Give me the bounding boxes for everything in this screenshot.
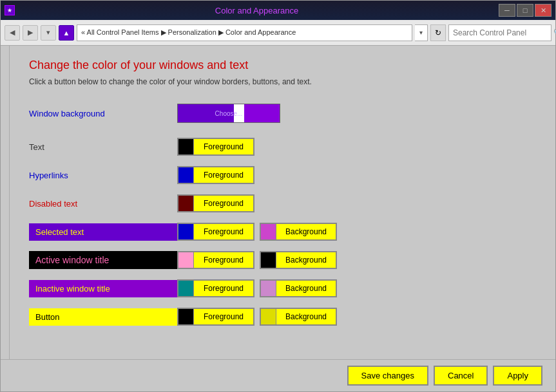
window-bg-preview[interactable]: Choose...	[177, 104, 280, 123]
row-inactive-title: Inactive window title Foreground Backgro…	[29, 277, 536, 300]
inactive-title-fg-button[interactable]: Foreground	[177, 279, 254, 297]
hyperlinks-fg-label: Foreground	[194, 171, 253, 180]
label-text: Text	[29, 142, 177, 152]
active-title-bg-swatch	[261, 252, 276, 268]
window-title: Color and Appearance	[15, 6, 499, 15]
button-controls: Foreground Background	[177, 308, 337, 326]
disabled-fg-swatch	[178, 196, 194, 211]
selected-text-controls: Foreground Background	[177, 223, 337, 241]
close-button[interactable]: ✕	[535, 4, 551, 17]
forward-button[interactable]: ▶	[23, 25, 38, 41]
save-changes-button[interactable]: Save changes	[347, 366, 428, 386]
label-active-title: Active window title	[29, 251, 177, 269]
cancel-button[interactable]: Cancel	[434, 366, 488, 386]
address-field[interactable]: « All Control Panel Items ▶ Personalizat…	[77, 24, 412, 41]
active-title-fg-label: Foreground	[194, 256, 253, 265]
active-title-controls: Foreground Background	[177, 251, 337, 269]
search-icon[interactable]: 🔍	[553, 25, 556, 41]
inactive-title-controls: Foreground Background	[177, 279, 337, 297]
content-area: Change the color of your windows and tex…	[1, 46, 555, 359]
disabled-fg-button[interactable]: Foreground	[177, 194, 254, 212]
search-input[interactable]	[449, 28, 553, 37]
button-bg-button[interactable]: Background	[260, 308, 337, 326]
inactive-title-fg-swatch	[178, 281, 194, 296]
page-subheading: Click a button below to change the color…	[29, 77, 536, 86]
footer: Save changes Cancel Apply	[1, 359, 555, 391]
row-hyperlinks: Hyperlinks Foreground	[29, 163, 536, 187]
inactive-title-fg-label: Foreground	[194, 284, 253, 293]
window-bg-controls: Choose...	[177, 104, 280, 123]
minimize-button[interactable]: ─	[499, 4, 515, 17]
row-disabled-text: Disabled text Foreground	[29, 192, 536, 215]
main-content: Change the color of your windows and tex…	[10, 46, 555, 359]
selected-fg-button[interactable]: Foreground	[177, 223, 254, 241]
hyperlinks-fg-swatch	[178, 167, 194, 183]
title-bar: ★ Color and Appearance ─ □ ✕	[1, 1, 555, 20]
inactive-title-bg-swatch	[261, 281, 276, 296]
apply-button[interactable]: Apply	[493, 366, 542, 386]
selected-fg-swatch	[178, 224, 194, 239]
button-fg-label: Foreground	[194, 312, 253, 321]
selected-bg-label: Background	[276, 227, 336, 236]
up-button[interactable]: ▲	[59, 25, 74, 41]
title-bar-left: ★	[5, 5, 15, 15]
text-fg-button[interactable]: Foreground	[177, 138, 254, 156]
button-bg-swatch	[261, 309, 276, 324]
disabled-text-controls: Foreground	[177, 194, 254, 212]
sidebar	[1, 46, 10, 359]
main-window: ★ Color and Appearance ─ □ ✕ ◀ ▶ ▾ ▲ « A…	[0, 0, 556, 392]
page-heading: Change the color of your windows and tex…	[29, 59, 536, 72]
maximize-button[interactable]: □	[517, 4, 533, 17]
row-selected-text: Selected text Foreground Background	[29, 220, 536, 243]
text-fg-label: Foreground	[194, 142, 253, 151]
window-bg-text: Choose...	[215, 110, 243, 117]
button-fg-button[interactable]: Foreground	[177, 308, 254, 326]
back-button[interactable]: ◀	[5, 25, 20, 41]
hyperlinks-fg-button[interactable]: Foreground	[177, 166, 254, 184]
row-button: Button Foreground Background	[29, 305, 536, 328]
inactive-title-bg-button[interactable]: Background	[260, 279, 337, 297]
row-active-title: Active window title Foreground Backgroun…	[29, 248, 536, 272]
address-bar: ◀ ▶ ▾ ▲ « All Control Panel Items ▶ Pers…	[1, 20, 555, 46]
selected-bg-swatch	[261, 224, 276, 239]
row-window-background: Window background Choose...	[29, 102, 536, 125]
label-window-background: Window background	[29, 109, 177, 118]
refresh-button[interactable]: ↻	[430, 24, 446, 41]
search-box: 🔍	[448, 24, 551, 41]
label-button: Button	[29, 308, 177, 326]
hyperlinks-controls: Foreground	[177, 166, 254, 184]
inactive-title-bg-label: Background	[276, 284, 336, 293]
label-disabled-text: Disabled text	[29, 199, 177, 209]
row-text: Text Foreground	[29, 135, 536, 158]
selected-bg-button[interactable]: Background	[260, 223, 337, 241]
label-inactive-title: Inactive window title	[29, 280, 177, 297]
active-title-bg-label: Background	[276, 256, 336, 265]
active-title-bg-button[interactable]: Background	[260, 251, 337, 269]
window-icon: ★	[5, 5, 15, 15]
active-title-fg-swatch	[178, 252, 194, 268]
disabled-fg-label: Foreground	[194, 199, 253, 208]
label-hyperlinks: Hyperlinks	[29, 171, 177, 180]
active-title-fg-button[interactable]: Foreground	[177, 251, 254, 269]
selected-fg-label: Foreground	[194, 227, 253, 236]
text-fg-swatch	[178, 139, 194, 154]
recent-button[interactable]: ▾	[41, 25, 56, 41]
breadcrumb-text: « All Control Panel Items ▶ Personalizat…	[81, 28, 296, 37]
window-controls: ─ □ ✕	[499, 4, 551, 17]
button-fg-swatch	[178, 309, 194, 324]
text-controls: Foreground	[177, 138, 254, 156]
label-selected-text: Selected text	[29, 223, 177, 241]
address-chevron[interactable]: ▾	[415, 24, 428, 41]
button-bg-label: Background	[276, 312, 336, 321]
